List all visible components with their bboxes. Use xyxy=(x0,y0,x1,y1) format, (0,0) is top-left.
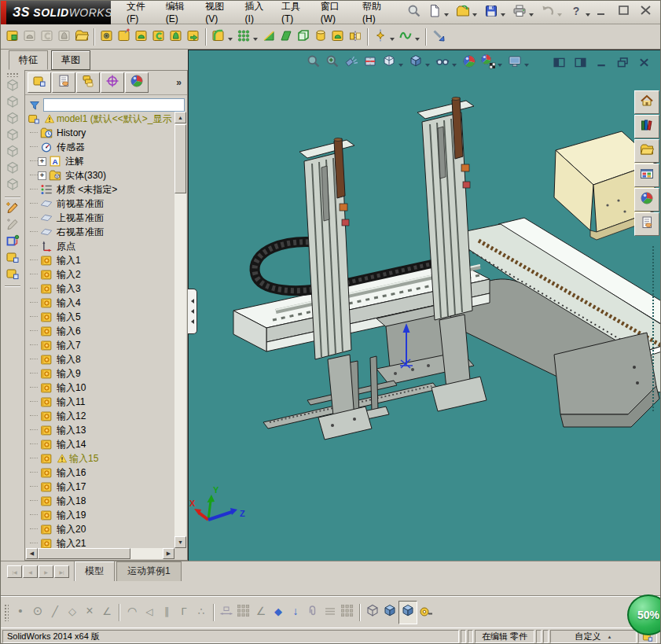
attach-annotation-button[interactable] xyxy=(304,602,321,624)
tab-nav-1[interactable]: ◀ xyxy=(23,565,38,578)
tree-item-imported-1[interactable]: 输入1 xyxy=(27,253,174,267)
tree-item-imported-2[interactable]: 输入2 xyxy=(27,267,174,282)
zoom-to-fit-button[interactable] xyxy=(306,53,321,72)
shell-button[interactable] xyxy=(295,26,312,48)
dome-button[interactable] xyxy=(329,26,347,48)
dropdown-arrow-icon[interactable] xyxy=(498,64,502,67)
base-part-button[interactable] xyxy=(2,267,23,283)
measure-button[interactable] xyxy=(417,602,435,624)
tree-item-imported-3[interactable]: 输入3 xyxy=(27,282,174,296)
mirror-button[interactable] xyxy=(347,26,364,48)
dropdown-arrow-icon[interactable] xyxy=(398,64,403,67)
solidworks-resources-tab[interactable] xyxy=(634,90,659,114)
sketch-trim-button[interactable]: × xyxy=(81,602,98,624)
tab-nav-2[interactable]: ▶ xyxy=(39,565,53,578)
dropdown-arrow-icon[interactable] xyxy=(390,38,395,41)
dropdown-arrow-icon[interactable] xyxy=(444,13,449,17)
tree-item-imported-20[interactable]: 输入20 xyxy=(27,522,174,536)
status-custom-dropdown[interactable]: 自定义 ▲ xyxy=(550,630,637,643)
angle-dimension-button[interactable]: ∠ xyxy=(252,602,270,624)
tree-item-front-plane[interactable]: 前视基准面 xyxy=(27,197,174,211)
new-document-button[interactable] xyxy=(425,2,452,23)
graphics-viewport[interactable]: Y X Z xyxy=(188,50,661,561)
menu-edit[interactable]: 编辑(E) xyxy=(160,0,199,28)
expand-toggle[interactable]: + xyxy=(38,157,46,166)
dimxpertmanager-tab[interactable] xyxy=(101,72,124,93)
featuremanager-tree-tab[interactable] xyxy=(28,72,51,93)
swept-cut-button[interactable] xyxy=(150,26,167,48)
wrap-button[interactable] xyxy=(312,26,329,48)
dropdown-arrow-icon[interactable] xyxy=(586,13,590,17)
tab-nav-3[interactable]: ▶| xyxy=(54,565,69,578)
menu-insert[interactable]: 插入(I) xyxy=(239,0,275,28)
tree-item-material[interactable]: 材质 <未指定> xyxy=(27,182,174,197)
scroll-right-button[interactable]: ▶ xyxy=(163,548,174,559)
appearances-scenes-tab[interactable] xyxy=(634,188,659,212)
boundary-boss-button[interactable] xyxy=(73,26,90,48)
tree-item-imported-9[interactable]: 输入9 xyxy=(27,366,174,381)
tree-item-imported-11[interactable]: 输入11 xyxy=(27,395,174,409)
mirror-entities-button[interactable]: ◁ xyxy=(141,602,158,624)
revolved-cut-button[interactable] xyxy=(133,26,150,48)
tree-item-imported-21[interactable]: 输入21 xyxy=(27,536,174,548)
section-view-button[interactable] xyxy=(362,53,378,72)
dropdown-arrow-icon[interactable] xyxy=(501,13,505,17)
tree-item-imported-16[interactable]: 输入16 xyxy=(27,466,174,480)
extruded-cut-button[interactable] xyxy=(98,26,116,48)
pattern-table-button[interactable] xyxy=(339,602,356,624)
hide-show-items-button[interactable] xyxy=(435,53,458,72)
dropdown-arrow-icon[interactable] xyxy=(524,64,529,67)
close-window-button[interactable] xyxy=(638,6,654,20)
shaded-display-button[interactable] xyxy=(398,601,417,624)
view-orientation-button[interactable] xyxy=(381,53,405,72)
dropdown-arrow-icon[interactable] xyxy=(425,64,430,67)
derived-part-button[interactable] xyxy=(2,250,23,267)
previous-view-button[interactable] xyxy=(343,53,359,72)
file-explorer-tab[interactable] xyxy=(634,139,659,163)
tree-vertical-scrollbar[interactable]: ▲ ▼ xyxy=(174,112,186,548)
pane-left-button[interactable] xyxy=(553,56,566,69)
help-button[interactable]: ? xyxy=(567,2,593,23)
tab-model[interactable]: 模型 xyxy=(74,561,115,581)
view-palette-tab[interactable] xyxy=(634,164,659,187)
dropdown-arrow-icon[interactable] xyxy=(557,13,562,17)
fillet-button[interactable] xyxy=(210,26,235,48)
tree-item-imported-19[interactable]: 输入19 xyxy=(27,508,174,522)
panel-collapse-handle[interactable] xyxy=(188,289,197,334)
save-button[interactable] xyxy=(482,2,509,23)
tree-item-history[interactable]: History xyxy=(27,126,174,140)
tree-item-imported-15[interactable]: 输入15 xyxy=(27,451,174,466)
tab-nav-0[interactable]: |◀ xyxy=(7,565,22,578)
sketch-point-button[interactable]: • xyxy=(12,602,29,624)
tab-sketch[interactable]: 草图 xyxy=(51,50,90,70)
tree-item-imported-7[interactable]: 输入7 xyxy=(27,338,174,352)
tab-motion-study-1[interactable]: 运动算例1 xyxy=(116,561,182,581)
custom-properties-tab[interactable] xyxy=(634,212,659,236)
open-document-button[interactable] xyxy=(454,2,480,23)
dropdown-arrow-icon[interactable] xyxy=(529,13,534,17)
sketch-line-button[interactable]: ╱ xyxy=(46,602,64,624)
sketch-points-button[interactable]: ∴ xyxy=(193,602,210,624)
sketch-button[interactable] xyxy=(2,201,23,217)
boundary-cut-button[interactable] xyxy=(185,26,202,48)
tree-item-sensors[interactable]: 传感器 xyxy=(27,140,174,154)
view-settings-button[interactable] xyxy=(507,53,531,72)
zoom-to-area-button[interactable] xyxy=(325,53,340,72)
tree-item-imported-8[interactable]: 输入8 xyxy=(27,352,174,366)
wireframe-display-button[interactable] xyxy=(364,602,381,624)
filter-input[interactable] xyxy=(43,98,185,112)
tree-item-imported-18[interactable]: 输入18 xyxy=(27,494,174,508)
menu-file[interactable]: 文件(F) xyxy=(120,0,160,28)
expand-panel-button[interactable]: » xyxy=(176,77,185,88)
design-library-tab[interactable] xyxy=(634,115,659,138)
grid-system-button[interactable] xyxy=(235,602,252,624)
display-style-button[interactable] xyxy=(408,53,431,72)
dropdown-arrow-icon[interactable] xyxy=(472,13,477,17)
draft-button[interactable] xyxy=(277,26,295,48)
dropdown-arrow-icon[interactable] xyxy=(228,38,233,41)
displaymanager-tab[interactable] xyxy=(125,72,149,93)
extruded-boss-button[interactable] xyxy=(4,26,21,48)
tree-item-imported-12[interactable]: 输入12 xyxy=(27,409,174,423)
tree-item-top-plane[interactable]: 上视基准面 xyxy=(27,211,174,225)
tree-horizontal-scrollbar[interactable]: ◀ ▶ xyxy=(26,548,174,559)
